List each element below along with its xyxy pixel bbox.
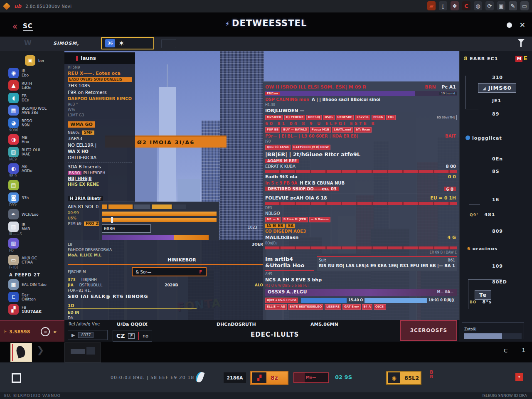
coin-badge[interactable]: ◉ 85L2 (386, 371, 421, 385)
orange-chip[interactable] (152, 204, 172, 209)
left-panel-line: 9u3 ° (68, 102, 132, 106)
desktop-item[interactable]: ED@:O)litton (8, 292, 64, 302)
window-thumbnail[interactable] (64, 342, 101, 362)
orange-chip[interactable] (102, 204, 107, 209)
desktop-item[interactable]: ▨RUT2.OL8IAAE (8, 147, 64, 157)
yellow-key: JIA (68, 283, 74, 287)
stat-Te[interactable]: Te (475, 290, 491, 300)
desktop-item-label: AII(9 OCCTIAA (22, 256, 37, 264)
desktop-item[interactable]: ▤ (8, 180, 64, 190)
play-icon[interactable]: ▶ (71, 332, 75, 338)
desktop-item[interactable]: ◐AB-AGDu (8, 163, 64, 174)
red-chip[interactable]: DEESIQ (306, 115, 322, 120)
app-icon: ▭ (8, 255, 19, 265)
feather-icon[interactable] (195, 371, 204, 383)
log-row-sm: BOa|Eu (265, 241, 457, 245)
taskbar-time-text: 00:0:03 89d. | 58 EEF E9 20 18 29 (111, 375, 203, 380)
cz-button[interactable]: CZ (116, 332, 125, 339)
red-chip[interactable]: M1 — B (265, 217, 281, 222)
inactive-tab[interactable] (161, 39, 176, 48)
desktop-item[interactable]: ▩EAL OIN Tabo (8, 279, 64, 290)
desktop-item-label: RUT2.OL8IAAE (22, 148, 40, 156)
tab-strip-label[interactable]: SIMOSM, (53, 41, 79, 46)
desktop-item[interactable]: ◑MBHno (8, 134, 64, 145)
desktop-text-item[interactable]: A PEEFD 2T (9, 273, 64, 277)
red-chip[interactable]: E4 A (362, 304, 373, 310)
stat-JIMS60[interactable]: ◢JIMS60 (478, 83, 516, 93)
red-chip[interactable]: EISRG (372, 115, 385, 120)
lower-panel-line: ED IN (68, 310, 263, 315)
f-button[interactable]: F (128, 333, 135, 339)
record-icon[interactable] (507, 22, 512, 28)
desktop-item[interactable]: ✒WCh/Eoo (8, 209, 64, 219)
active-window-thumbnail[interactable] (10, 343, 32, 362)
shield-icon[interactable]: ▰ (427, 1, 436, 10)
red-chip[interactable]: O(C3| (374, 304, 386, 310)
slider-handle[interactable] (111, 217, 113, 223)
coin-icon[interactable]: ◍ (474, 1, 482, 10)
filter-icon[interactable] (518, 39, 525, 43)
active-tab[interactable]: 36 ✶ (101, 37, 154, 49)
red-chip[interactable]: GAT Erov (342, 304, 360, 310)
value-input[interactable] (102, 224, 151, 233)
red-chip[interactable]: ELLIS — AS (265, 304, 287, 310)
target-icon[interactable]: ◎ (41, 327, 50, 336)
id-box[interactable]: 2186A (224, 372, 246, 383)
orange-badge[interactable]: ▞ 8z (250, 371, 288, 385)
notification-bar[interactable]: ⊦ 3.58598 ◎ ☛ (0, 320, 64, 342)
red-chip[interactable]: BUY — BAYAL3 (281, 127, 308, 133)
frame-button[interactable]: 8377 (78, 332, 94, 338)
fox-app-icon[interactable] (3, 2, 10, 10)
pen-icon[interactable]: ✎ (509, 1, 517, 10)
action-button[interactable]: 3CEROOSFS (400, 320, 457, 341)
desktop-item[interactable]: ◙33h (8, 192, 64, 203)
red-chip[interactable]: E14Y9EEIR J9 0] EBIW (292, 145, 330, 150)
desktop-item[interactable]: ▞FB1UU7AAK (8, 304, 64, 315)
battery-icon[interactable]: ▭ (520, 1, 529, 10)
red-chip[interactable]: Possa M1B (310, 127, 331, 133)
red-chip[interactable]: M25B:ER (265, 115, 283, 120)
red-chip[interactable]: O) YERENE (284, 115, 305, 120)
slider-bar-1[interactable] (102, 212, 217, 216)
desktop-item[interactable]: ◉IBEbo (8, 68, 64, 78)
app-icon: ▦ (8, 105, 19, 116)
red-chip[interactable]: bT: Ryan (354, 127, 372, 133)
blue-bar (365, 298, 427, 303)
orange-chip[interactable] (108, 204, 133, 209)
card-icon[interactable]: ▯ (439, 1, 447, 10)
desktop-item[interactable]: ▭AII(9 OCCTIAA (8, 255, 64, 265)
dock-c-glyph[interactable]: C (504, 347, 507, 354)
slider-bar-2[interactable] (102, 218, 217, 222)
app-icon: ◕ (8, 118, 19, 128)
red-chip[interactable]: LS2231 (355, 115, 370, 120)
desktop-item[interactable]: ▲RUTHLdOn (8, 80, 64, 91)
refresh-icon[interactable]: ⟳ (485, 1, 494, 10)
red-chip[interactable]: QBu 93 eares (265, 145, 291, 150)
red-chip[interactable]: B Ema M (FEB (282, 217, 308, 222)
gray-chip[interactable] (173, 204, 186, 209)
red-chip[interactable]: LESSIRE (325, 304, 341, 310)
red-chip[interactable]: BS(G (323, 115, 334, 120)
brush-icon[interactable]: ❖ (451, 1, 459, 10)
c-icon[interactable]: C (462, 1, 470, 10)
red-square-icon[interactable]: ✦ (515, 373, 523, 381)
dropdown-select[interactable]: & Sor—F (132, 267, 207, 276)
clipboard-icon[interactable]: ▣ (497, 1, 505, 10)
desktop-item[interactable]: ◕RPDON9N (8, 118, 64, 128)
desktop-item[interactable]: ◖EBDEs (8, 93, 64, 103)
desktop-item[interactable]: ▧ (8, 238, 64, 249)
desktop-item[interactable]: ▣ber (25, 55, 64, 66)
close-icon[interactable]: ✕ (520, 21, 525, 29)
gray-chip[interactable] (134, 204, 150, 209)
mid-value: 2020B (165, 283, 178, 287)
red-chip[interactable]: UEBESBE (336, 115, 354, 120)
dock-1-glyph[interactable]: 1 (522, 347, 525, 353)
red-chip[interactable]: BATE BESTESSELGO (288, 304, 324, 310)
red-chip[interactable]: FUF BB (265, 127, 280, 133)
stop-icon[interactable] (12, 373, 21, 383)
desktop-item[interactable]: ▥IBMAB (8, 222, 64, 232)
red-chip[interactable]: LHATL.emf (332, 127, 353, 133)
desktop-item[interactable]: ▦BG5MJO WOLAWE 38d (8, 105, 64, 116)
red-chip[interactable]: ER1 (386, 115, 396, 120)
red-chip[interactable]: — B Dw—— (309, 217, 331, 222)
